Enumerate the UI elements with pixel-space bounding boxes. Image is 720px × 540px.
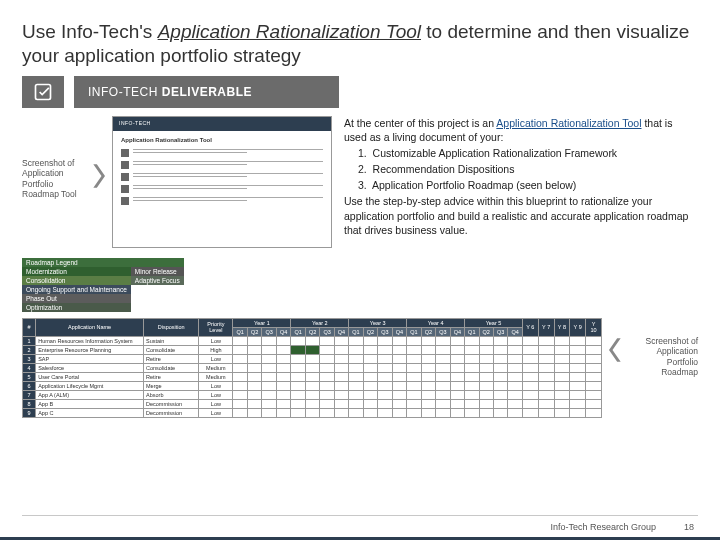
footer-org: Info-Tech Research Group — [550, 522, 656, 532]
deliverable-label: INFO-TECHDELIVERABLE — [74, 76, 339, 108]
table-row: 5User Care PortalRetireMedium — [23, 372, 602, 381]
page-number: 18 — [684, 522, 694, 532]
table-row: 9App CDecommissionLow — [23, 408, 602, 417]
svg-rect-0 — [36, 84, 51, 99]
description-text: At the center of this project is an Appl… — [338, 116, 698, 248]
roadmap-timeline-table: # Application Name Disposition Priority … — [22, 318, 602, 418]
footer: Info-Tech Research Group 18 — [550, 522, 694, 532]
tool-thumbnail: INFO-TECH Application Rationalization To… — [112, 116, 332, 248]
table-row: 6Application Lifecycle MgmtMergeLow — [23, 381, 602, 390]
table-row: 4SalesforceConsolidateMedium — [23, 363, 602, 372]
table-row: 8App BDecommissionLow — [23, 399, 602, 408]
roadmap-block: Roadmap Legend ModernizationMinor Releas… — [22, 258, 698, 418]
table-row: 3SAPRetireLow — [23, 354, 602, 363]
chevron-left-icon — [608, 318, 624, 368]
roadmap-legend: Roadmap Legend ModernizationMinor Releas… — [22, 258, 184, 312]
footer-divider — [22, 515, 698, 516]
table-row: 1Human Resources Information SystemSusta… — [23, 336, 602, 345]
checkbox-icon — [22, 76, 64, 108]
chevron-right-icon — [90, 162, 106, 248]
deliverable-bar: INFO-TECHDELIVERABLE — [22, 76, 698, 108]
thumbnail-caption-left: Screenshot of Application Portfolio Road… — [22, 116, 84, 248]
roadmap-caption-right: Screenshot of Application Portfolio Road… — [630, 318, 698, 379]
page-title: Use Info-Tech's Application Rationalizat… — [22, 20, 698, 68]
tool-link[interactable]: Application Rationalization Tool — [496, 117, 641, 129]
table-row: 7App A (ALM)AbsorbLow — [23, 390, 602, 399]
table-row: 2Enterprise Resource PlanningConsolidate… — [23, 345, 602, 354]
